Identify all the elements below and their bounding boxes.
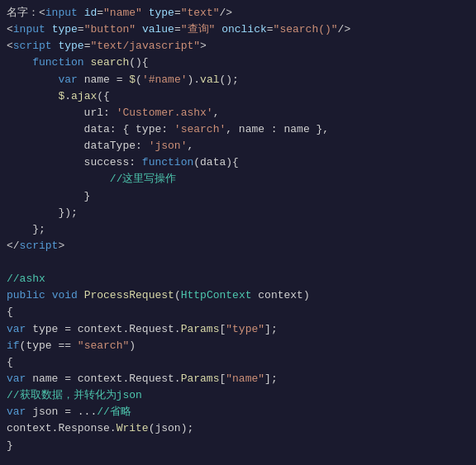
code-text-10: success: function(data){ xyxy=(7,154,469,171)
code-text-24: //获取数据，并转化为json xyxy=(7,387,469,404)
code-text-14: }; xyxy=(7,221,469,238)
code-line-8: data: { type: 'search', name : name }, xyxy=(0,121,476,138)
code-text-1: 名字：<input id="name" type="text"/> xyxy=(7,5,469,21)
code-line-20: var type = context.Request.Params["type"… xyxy=(0,321,476,338)
code-line-10: success: function(data){ xyxy=(0,154,476,171)
code-text-3: <script type="text/javascript"> xyxy=(7,38,469,55)
code-line-7: url: 'Customer.ashx', xyxy=(0,105,476,121)
code-text-19: { xyxy=(7,304,469,320)
code-text-7: url: 'Customer.ashx', xyxy=(7,105,469,121)
code-text-27: } xyxy=(7,438,469,454)
code-line-21: if(type == "search") xyxy=(0,338,476,354)
code-text-12: } xyxy=(7,188,469,205)
code-text-4: function search(){ xyxy=(7,55,469,71)
code-line-22: { xyxy=(0,354,476,371)
code-line-16 xyxy=(0,254,476,271)
code-line-11: //这里写操作 xyxy=(0,171,476,187)
code-text-26: context.Response.Write(json); xyxy=(7,420,469,437)
code-line-1: 名字：<input id="name" type="text"/> xyxy=(0,5,476,21)
code-text-21: if(type == "search") xyxy=(7,338,469,354)
code-text-20: var type = context.Request.Params["type"… xyxy=(7,321,469,338)
code-text-17: //ashx xyxy=(7,271,469,287)
code-line-12: } xyxy=(0,188,476,205)
code-text-23: var name = context.Request.Params["name"… xyxy=(7,371,469,387)
code-line-24: //获取数据，并转化为json xyxy=(0,387,476,404)
code-line-17: //ashx xyxy=(0,271,476,287)
code-editor: 名字：<input id="name" type="text"/> <input… xyxy=(0,0,476,465)
code-text-2: <input type="button" value="查询" onclick=… xyxy=(7,21,469,38)
code-line-14: }; xyxy=(0,221,476,238)
code-line-23: var name = context.Request.Params["name"… xyxy=(0,371,476,387)
code-text-25: var json = ...//省略 xyxy=(7,404,469,420)
code-text-22: { xyxy=(7,354,469,371)
code-line-13: }); xyxy=(0,205,476,221)
code-line-6: $.ajax({ xyxy=(0,88,476,105)
code-line-19: { xyxy=(0,304,476,320)
code-text-11: //这里写操作 xyxy=(7,171,469,187)
code-line-2: <input type="button" value="查询" onclick=… xyxy=(0,21,476,38)
code-line-3: <script type="text/javascript"> xyxy=(0,38,476,55)
code-line-4: function search(){ xyxy=(0,55,476,71)
code-text-6: $.ajax({ xyxy=(7,88,469,105)
code-line-15: </script> xyxy=(0,238,476,254)
code-text-13: }); xyxy=(7,205,469,221)
code-line-26: context.Response.Write(json); xyxy=(0,420,476,437)
code-line-25: var json = ...//省略 xyxy=(0,404,476,420)
code-text-15: </script> xyxy=(7,238,469,254)
code-line-18: public void ProcessRequest(HttpContext c… xyxy=(0,287,476,304)
code-line-5: var name = $('#name').val(); xyxy=(0,72,476,88)
code-line-27: } xyxy=(0,438,476,454)
code-text-8: data: { type: 'search', name : name }, xyxy=(7,121,469,138)
code-text-5: var name = $('#name').val(); xyxy=(7,72,469,88)
code-text-9: dataType: 'json', xyxy=(7,138,469,154)
code-text-18: public void ProcessRequest(HttpContext c… xyxy=(7,287,469,304)
code-line-9: dataType: 'json', xyxy=(0,138,476,154)
